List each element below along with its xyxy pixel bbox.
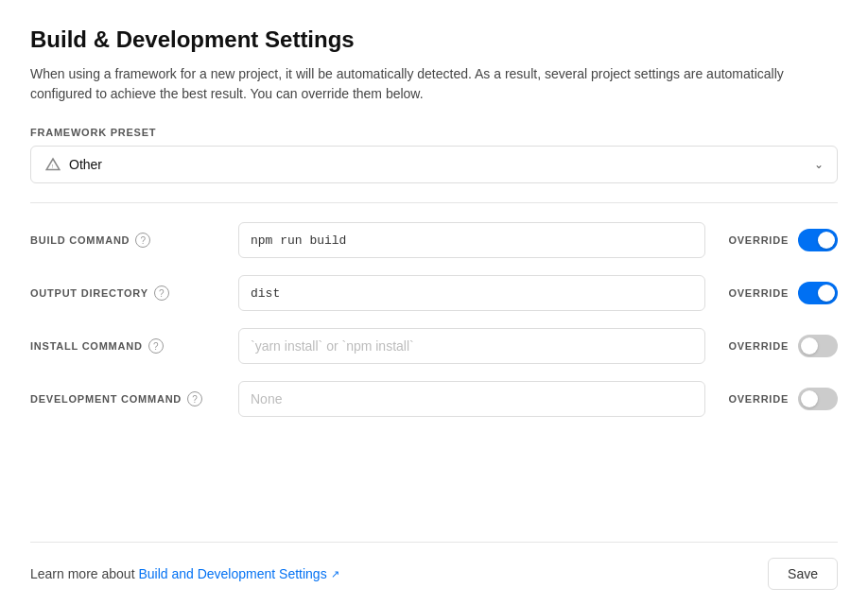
chevron-down-icon: ⌄ xyxy=(814,158,824,171)
framework-preset-label: FRAMEWORK PRESET xyxy=(30,127,838,138)
help-icon-development-command[interactable]: ? xyxy=(187,391,202,406)
save-button[interactable]: Save xyxy=(768,558,838,590)
row-label-area-install-command: INSTALL COMMAND ? xyxy=(30,338,238,354)
toggle-install-command[interactable] xyxy=(798,335,838,357)
toggle-build-command[interactable] xyxy=(798,229,838,251)
footer-link[interactable]: Build and Development Settings↗ xyxy=(138,566,339,581)
row-label-area-development-command: DEVELOPMENT COMMAND ? xyxy=(30,391,238,406)
settings-rows: BUILD COMMAND ? OVERRIDE OUTPUT DIRECTOR… xyxy=(30,222,838,434)
toggle-output-directory[interactable] xyxy=(798,282,838,304)
row-label-area-build-command: BUILD COMMAND ? xyxy=(30,233,238,248)
description-text: When using a framework for a new project… xyxy=(30,64,838,104)
row-label-install-command: INSTALL COMMAND xyxy=(30,340,143,352)
toggle-thumb-install-command xyxy=(801,337,818,354)
footer-link-text: Build and Development Settings xyxy=(138,566,326,581)
row-input-development-command[interactable] xyxy=(238,381,705,417)
footer: Learn more about Build and Development S… xyxy=(30,542,838,605)
page-title: Build & Development Settings xyxy=(30,26,838,53)
toggle-thumb-development-command xyxy=(801,390,818,407)
row-label-output-directory: OUTPUT DIRECTORY xyxy=(30,287,148,299)
override-label-install-command: OVERRIDE xyxy=(728,340,789,352)
svg-text:!: ! xyxy=(52,164,54,169)
divider-1 xyxy=(30,202,838,203)
help-icon-output-directory[interactable]: ? xyxy=(154,285,169,301)
row-override-development-command: OVERRIDE xyxy=(705,388,838,410)
settings-row-install-command: INSTALL COMMAND ? OVERRIDE xyxy=(30,328,838,364)
settings-row-development-command: DEVELOPMENT COMMAND ? OVERRIDE xyxy=(30,381,838,417)
row-override-build-command: OVERRIDE xyxy=(705,229,838,251)
page-container: Build & Development Settings When using … xyxy=(0,0,868,605)
footer-text-before: Learn more about xyxy=(30,566,138,581)
footer-text: Learn more about Build and Development S… xyxy=(30,566,339,581)
row-input-install-command[interactable] xyxy=(238,328,705,364)
override-label-build-command: OVERRIDE xyxy=(728,234,789,246)
external-link-icon: ↗ xyxy=(331,568,339,580)
toggle-development-command[interactable] xyxy=(798,388,838,410)
toggle-thumb-build-command xyxy=(818,232,835,249)
help-icon-build-command[interactable]: ? xyxy=(135,233,150,248)
row-input-build-command[interactable] xyxy=(238,222,705,258)
row-override-output-directory: OVERRIDE xyxy=(705,282,838,304)
framework-selected-value: Other xyxy=(69,157,102,172)
override-label-output-directory: OVERRIDE xyxy=(728,287,789,299)
row-override-install-command: OVERRIDE xyxy=(705,335,838,357)
row-label-build-command: BUILD COMMAND xyxy=(30,234,130,246)
settings-row-output-directory: OUTPUT DIRECTORY ? OVERRIDE xyxy=(30,275,838,311)
toggle-thumb-output-directory xyxy=(818,285,835,302)
triangle-icon: ! xyxy=(44,156,61,173)
row-label-area-output-directory: OUTPUT DIRECTORY ? xyxy=(30,285,238,301)
row-label-development-command: DEVELOPMENT COMMAND xyxy=(30,393,182,405)
help-icon-install-command[interactable]: ? xyxy=(148,338,164,354)
override-label-development-command: OVERRIDE xyxy=(728,393,789,405)
row-input-output-directory[interactable] xyxy=(238,275,705,311)
framework-select-left: ! Other xyxy=(44,156,102,173)
settings-row-build-command: BUILD COMMAND ? OVERRIDE xyxy=(30,222,838,258)
framework-preset-select[interactable]: ! Other ⌄ xyxy=(30,146,838,183)
